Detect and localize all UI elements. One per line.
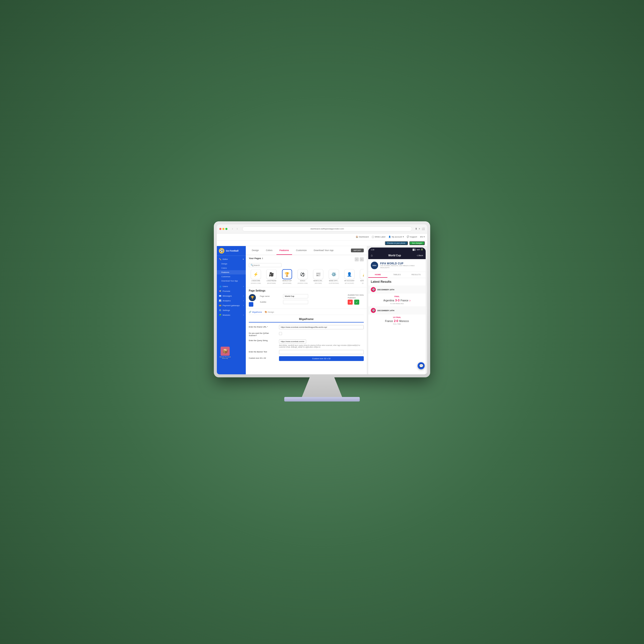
settings-badges: ✕ ✓ <box>348 300 364 305</box>
tab-migaiframe[interactable]: 🔗 Migaiframe <box>249 311 262 313</box>
fifa-desc: LIVE SCORES, RESULTS, LIVE TABLES & VIDE… <box>380 265 423 269</box>
sidebar-item-editor[interactable]: ✏️ Editor ▾ <box>217 257 246 262</box>
match2-date-row: ⚽ DECEMBER 14TH <box>368 306 426 314</box>
battery-icon: 🔋 <box>421 249 423 251</box>
phone-tab-home[interactable]: HOME <box>368 272 387 278</box>
share-icon[interactable]: ⬆ <box>415 227 417 230</box>
match1-sub: 4-2 ON PENALTIES <box>371 303 423 304</box>
page-item-more[interactable]: ⚙️ MORE OPTI... (CUSTOM PAGE) <box>327 269 341 284</box>
minimize-dot[interactable] <box>222 228 224 230</box>
sidebar-item-settings[interactable]: ⚙️ Settings <box>217 308 246 313</box>
support-nav[interactable]: 💬 Support <box>407 236 417 238</box>
unavailable-badge[interactable]: ✕ <box>348 300 353 305</box>
page-item-worldcup[interactable]: 🏆 WORLD CUP (MIGAIFRAME) <box>280 269 294 284</box>
page-item-myaccount[interactable]: 👤 MY ACCOUNT (MY ACCOUNT) <box>342 269 356 284</box>
monitor-stand <box>302 377 342 397</box>
search-input[interactable] <box>253 264 280 266</box>
browser-actions: ⬆ + ⬜ <box>415 227 425 230</box>
iframe-url-row: Enter the Iframe URL * <box>249 325 364 329</box>
sidebar-item-analytics[interactable]: 📊 Analytics › <box>217 298 246 303</box>
tab-colors[interactable]: Colors <box>263 246 275 255</box>
iframe-url-input[interactable] <box>279 325 364 329</box>
close-dot[interactable] <box>219 228 221 230</box>
page-item-livestream[interactable]: 🎥 LIVESTREAM (MIGAIFRAME) <box>264 269 278 284</box>
tabs-icon[interactable]: ⬜ <box>422 227 425 230</box>
page-item-livescore[interactable]: ⚡ LIVESCORE (SOURCE CODE) <box>249 269 263 284</box>
support-label: Support <box>410 236 417 238</box>
your-pages-title: Your Pages ℹ <box>249 257 263 260</box>
page-item-news[interactable]: 📰 NEWS & AN... (RSS FEED) <box>311 269 325 284</box>
query-string-input[interactable] <box>279 339 306 344</box>
fifa-header: FIFA FIFA WORLD CUP LIVE SCORES, RESULTS… <box>368 259 426 272</box>
back-button[interactable]: ◁ Back <box>417 254 423 257</box>
sidebar-item-payment[interactable]: 💳 Payment gateways › <box>217 303 246 308</box>
payment-label: Payment gateways <box>223 304 240 307</box>
match2-score: 2-0 <box>394 319 398 323</box>
pages-scroll-left[interactable]: ‹ <box>355 257 359 261</box>
tab-features[interactable]: Features <box>276 246 292 255</box>
sidebar-item-promote[interactable]: 📢 Promote <box>217 289 246 294</box>
address-bar[interactable]: dashboard.swiftspeedappcreator.com <box>242 226 412 231</box>
match1-ball: ⚽ <box>371 287 376 292</box>
lang-nav[interactable]: EN ▾ <box>420 236 425 238</box>
desktop-file[interactable]: 📦 Akinola PersonalDocs.zip <box>219 347 231 359</box>
sidebar-item-users[interactable]: 👥 Users › <box>217 284 246 289</box>
page-item-notifications[interactable]: 🔔 NOTIFICATI... (PUSH V2) <box>358 269 364 284</box>
sidebar-item-messages[interactable]: ✉️ Messages › <box>217 294 246 298</box>
top-nav: 🏠 Dashboard ◯ White Label 👤 My account ▾… <box>217 233 427 240</box>
home-icon[interactable]: ⌂ <box>371 254 373 257</box>
sidebar-item-customize[interactable]: Customize <box>217 274 246 279</box>
address-text: dashboard.swiftspeedappcreator.com <box>310 228 344 230</box>
back-button[interactable]: ‹ <box>230 227 234 231</box>
tab-design[interactable]: Design <box>249 246 262 255</box>
phone-tab-tables[interactable]: TABLES <box>387 272 407 278</box>
tab-download[interactable]: Download Your App <box>311 246 337 255</box>
monitor-body: ‹ › dashboard.swiftspeedappcreator.com ⬆… <box>214 221 430 377</box>
lang-label: EN <box>420 236 423 238</box>
sidebar-item-modules[interactable]: 🧩 Modules › <box>217 313 246 317</box>
browser-nav: ‹ › <box>230 227 239 231</box>
tab-customize-label: Customize <box>296 249 307 252</box>
maximize-dot[interactable] <box>225 228 227 230</box>
forward-button[interactable]: › <box>235 227 239 231</box>
desktop-file-label: Akinola PersonalDocs.zip <box>219 356 231 359</box>
search-icon: 🔍 <box>251 264 253 266</box>
dashboard-nav[interactable]: 🏠 Dashboard <box>356 236 369 238</box>
see-changes-button[interactable]: See changes <box>409 241 425 245</box>
import-button[interactable]: IMPORT <box>351 249 364 252</box>
chat-bubble[interactable]: 💬 <box>418 362 425 369</box>
whitelabel-nav[interactable]: ◯ White Label <box>372 236 385 238</box>
match1-final-label: FINAL <box>371 296 423 297</box>
subtitle-input[interactable] <box>283 300 308 304</box>
tab-results-label: RESULTS <box>412 273 421 276</box>
logo-emoji: ⚽ <box>220 249 224 253</box>
app-name: Go Football <box>226 250 238 252</box>
preview-phone-button[interactable]: Preview on your phone <box>385 241 408 245</box>
new-tab-icon[interactable]: + <box>419 227 420 230</box>
sidebar-item-colors[interactable]: Colors <box>217 266 246 270</box>
myaccount-nav[interactable]: 👤 My account ▾ <box>388 236 404 238</box>
match1-arrow[interactable]: › <box>409 298 411 302</box>
sidebar-item-design[interactable]: Design <box>217 262 246 266</box>
banner-text-input[interactable] <box>279 350 364 354</box>
phone-tab-results[interactable]: RESULTS <box>407 272 426 278</box>
match1-date-row: ⚽ DECEMBER 18TH <box>368 286 426 294</box>
published-badge[interactable]: ✓ <box>354 300 359 305</box>
signal-icon: ▐▌▌ <box>412 249 416 251</box>
page-item-goals[interactable]: ⚽ GOALS (SOURCE CODE) <box>296 269 310 284</box>
page-name-input[interactable] <box>283 294 308 298</box>
monitor-screen: ‹ › dashboard.swiftspeedappcreator.com ⬆… <box>217 224 427 374</box>
tab-customize[interactable]: Customize <box>293 246 310 255</box>
custom-icon-button[interactable]: Custom icon 32 x 32 <box>279 356 364 361</box>
lang-chevron: ▾ <box>424 236 425 238</box>
design-label: Design <box>221 263 227 265</box>
tab-design[interactable]: 🎨 Design <box>265 311 274 313</box>
qr-scanner-checkbox[interactable] <box>279 332 282 335</box>
content-area: Design Colors Features Customize Downloa <box>246 246 367 374</box>
sidebar-item-download[interactable]: Download Your App <box>217 279 246 283</box>
sidebar-item-features[interactable]: Features <box>217 270 246 274</box>
phone-status-bar: 1:18 ▐▌▌ WiFi 🔋 <box>368 248 426 252</box>
pages-scroll-right[interactable]: › <box>360 257 364 261</box>
banner-text-label: Enter the Banner Text <box>249 350 276 353</box>
tab-features-label: Features <box>279 249 289 252</box>
